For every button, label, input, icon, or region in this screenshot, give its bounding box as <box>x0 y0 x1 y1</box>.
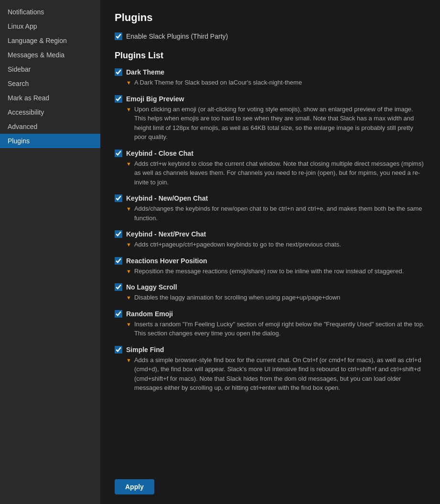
plugin-name-simple-find: Simple Find <box>126 346 164 354</box>
enable-plugins-checkbox[interactable] <box>115 32 122 40</box>
plugin-name-reactions-hover-position: Reactions Hover Position <box>126 257 207 265</box>
plugin-header-random-emoji: Random Emoji <box>115 310 426 318</box>
sidebar-item-search[interactable]: Search <box>0 76 100 91</box>
triangle-icon: ▼ <box>126 321 131 329</box>
plugin-header-reactions-hover-position: Reactions Hover Position <box>115 257 426 265</box>
plugin-detail-emoji-big-preview: ▼Upon clicking an emoji (or alt-clicking… <box>126 105 426 142</box>
plugin-item-reactions-hover-position: Reactions Hover Position▼Reposition the … <box>115 257 426 277</box>
plugin-item-random-emoji: Random Emoji▼Inserts a random "I'm Feeli… <box>115 310 426 339</box>
plugin-item-simple-find: Simple Find▼Adds a simple browser-style … <box>115 346 426 394</box>
plugin-header-dark-theme: Dark Theme <box>115 68 426 76</box>
plugin-checkbox-keybind-next-prev-chat[interactable] <box>115 230 122 238</box>
plugin-checkbox-emoji-big-preview[interactable] <box>115 95 122 103</box>
triangle-icon: ▼ <box>126 106 131 114</box>
plugin-detail-simple-find: ▼Adds a simple browser-style find box fo… <box>126 355 426 393</box>
plugin-name-keybind-close-chat: Keybind - Close Chat <box>126 150 193 157</box>
plugin-name-keybind-new-open-chat: Keybind - New/Open Chat <box>126 194 208 202</box>
sidebar-item-notifications[interactable]: Notifications <box>0 5 100 19</box>
plugin-checkbox-keybind-new-open-chat[interactable] <box>115 194 122 202</box>
plugin-name-no-laggy-scroll: No Laggy Scroll <box>126 283 177 291</box>
plugin-item-keybind-new-open-chat: Keybind - New/Open Chat▼Adds/changes the… <box>115 194 426 224</box>
plugin-item-keybind-close-chat: Keybind - Close Chat▼Adds ctrl+w keybind… <box>115 150 426 188</box>
plugin-item-emoji-big-preview: Emoji Big Preview▼Upon clicking an emoji… <box>115 95 426 143</box>
plugin-item-dark-theme: Dark Theme▼A Dark Theme for Slack based … <box>115 68 426 88</box>
plugin-header-keybind-next-prev-chat: Keybind - Next/Prev Chat <box>115 230 426 238</box>
plugin-detail-random-emoji: ▼Inserts a random "I'm Feeling Lucky" se… <box>126 320 426 338</box>
plugin-header-keybind-new-open-chat: Keybind - New/Open Chat <box>115 194 426 202</box>
plugin-item-no-laggy-scroll: No Laggy Scroll▼Disables the laggy anima… <box>115 283 426 303</box>
enable-plugins-label[interactable]: Enable Slack Plugins (Third Party) <box>126 32 228 40</box>
triangle-icon: ▼ <box>126 294 131 302</box>
enable-plugins-row: Enable Slack Plugins (Third Party) <box>115 32 426 40</box>
plugin-checkbox-no-laggy-scroll[interactable] <box>115 283 122 291</box>
triangle-icon: ▼ <box>126 79 131 87</box>
plugin-header-no-laggy-scroll: No Laggy Scroll <box>115 283 426 291</box>
sidebar-item-plugins[interactable]: Plugins <box>0 134 100 148</box>
plugin-detail-keybind-next-prev-chat: ▼Adds ctrl+pageup/ctrl+pagedown keybinds… <box>126 240 426 249</box>
plugin-header-keybind-close-chat: Keybind - Close Chat <box>115 150 426 157</box>
plugin-checkbox-simple-find[interactable] <box>115 346 122 354</box>
plugin-detail-text-simple-find: Adds a simple browser-style find box for… <box>134 355 426 393</box>
sidebar-item-language-region[interactable]: Language & Region <box>0 33 100 48</box>
main-content: Plugins Enable Slack Plugins (Third Part… <box>100 0 440 504</box>
plugin-detail-keybind-close-chat: ▼Adds ctrl+w keybind to close the curren… <box>126 159 426 187</box>
apply-button[interactable]: Apply <box>115 479 154 494</box>
plugin-header-simple-find: Simple Find <box>115 346 426 354</box>
plugin-item-keybind-next-prev-chat: Keybind - Next/Prev Chat▼Adds ctrl+pageu… <box>115 230 426 250</box>
page-title: Plugins <box>115 11 426 24</box>
plugins-list-title: Plugins List <box>115 51 426 61</box>
triangle-icon: ▼ <box>126 241 131 249</box>
plugin-checkbox-random-emoji[interactable] <box>115 310 122 318</box>
plugin-name-random-emoji: Random Emoji <box>126 310 173 318</box>
plugin-detail-dark-theme: ▼A Dark Theme for Slack based on laCour'… <box>126 78 426 87</box>
plugin-checkbox-dark-theme[interactable] <box>115 68 122 76</box>
plugin-name-emoji-big-preview: Emoji Big Preview <box>126 95 184 103</box>
sidebar-item-accessibility[interactable]: Accessibility <box>0 105 100 119</box>
plugin-detail-text-reactions-hover-position: Reposition the message reactions (emoji/… <box>134 267 404 276</box>
plugin-detail-reactions-hover-position: ▼Reposition the message reactions (emoji… <box>126 267 426 276</box>
plugin-detail-text-emoji-big-preview: Upon clicking an emoji (or alt-clicking … <box>134 105 426 142</box>
plugin-name-dark-theme: Dark Theme <box>126 68 164 76</box>
plugin-name-keybind-next-prev-chat: Keybind - Next/Prev Chat <box>126 230 206 238</box>
plugin-detail-keybind-new-open-chat: ▼Adds/changes the keybinds for new/open … <box>126 204 426 223</box>
plugin-detail-text-no-laggy-scroll: Disables the laggy animation for scrolli… <box>134 293 340 302</box>
plugin-detail-text-keybind-close-chat: Adds ctrl+w keybind to close the current… <box>134 159 426 187</box>
plugin-detail-text-keybind-next-prev-chat: Adds ctrl+pageup/ctrl+pagedown keybinds … <box>134 240 341 249</box>
apply-btn-container: Apply <box>115 470 426 494</box>
plugin-detail-text-dark-theme: A Dark Theme for Slack based on laCour's… <box>134 78 302 87</box>
triangle-icon: ▼ <box>126 160 131 168</box>
sidebar: NotificationsLinux AppLanguage & RegionM… <box>0 0 100 504</box>
triangle-icon: ▼ <box>126 205 131 213</box>
plugin-detail-text-random-emoji: Inserts a random "I'm Feeling Lucky" sec… <box>134 320 426 338</box>
plugin-checkbox-keybind-close-chat[interactable] <box>115 150 122 157</box>
triangle-icon: ▼ <box>126 268 131 276</box>
sidebar-item-messages-media[interactable]: Messages & Media <box>0 48 100 62</box>
plugin-detail-text-keybind-new-open-chat: Adds/changes the keybinds for new/open c… <box>134 204 426 223</box>
sidebar-item-advanced[interactable]: Advanced <box>0 119 100 134</box>
plugin-list: Dark Theme▼A Dark Theme for Slack based … <box>115 68 426 400</box>
sidebar-item-mark-as-read[interactable]: Mark as Read <box>0 91 100 105</box>
plugin-checkbox-reactions-hover-position[interactable] <box>115 257 122 265</box>
triangle-icon: ▼ <box>126 356 131 365</box>
sidebar-item-linux-app[interactable]: Linux App <box>0 19 100 33</box>
plugin-detail-no-laggy-scroll: ▼Disables the laggy animation for scroll… <box>126 293 426 302</box>
sidebar-item-sidebar[interactable]: Sidebar <box>0 62 100 76</box>
plugin-header-emoji-big-preview: Emoji Big Preview <box>115 95 426 103</box>
